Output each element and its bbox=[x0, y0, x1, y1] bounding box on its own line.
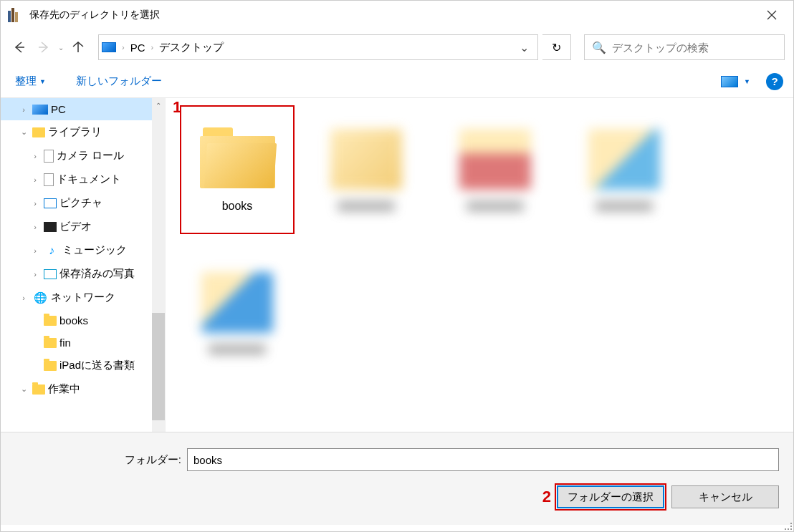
close-button[interactable] bbox=[757, 1, 786, 29]
tree-icon: 🌐 bbox=[32, 291, 48, 304]
tree-label: PC bbox=[51, 103, 66, 115]
tree-item-作業中[interactable]: 作業中 bbox=[1, 377, 165, 401]
chevron-icon bbox=[18, 294, 29, 302]
navbar: ⌄ › PC › デスクトップ ⌄ ↻ 🔍 bbox=[1, 29, 793, 65]
scrollbar: ⌃ bbox=[152, 98, 165, 432]
search-box[interactable]: 🔍 bbox=[584, 34, 785, 60]
folder-label: books bbox=[222, 200, 253, 213]
breadcrumb-root[interactable]: PC bbox=[126, 39, 150, 57]
pc-icon bbox=[102, 42, 116, 52]
organize-label: 整理 bbox=[15, 74, 37, 88]
tree-icon bbox=[32, 105, 48, 115]
tree-item-fin[interactable]: fin bbox=[1, 332, 165, 354]
breadcrumb-current[interactable]: デスクトップ bbox=[155, 38, 228, 57]
tree-label: iPadに送る書類 bbox=[59, 359, 135, 372]
blurred-item bbox=[567, 105, 681, 234]
chevron-icon bbox=[29, 152, 41, 160]
tree-item-books[interactable]: books bbox=[1, 309, 165, 332]
tree-icon bbox=[32, 385, 45, 395]
toolbar: 整理▼ 新しいフォルダー ▼ ? bbox=[1, 65, 793, 98]
forward-button[interactable] bbox=[34, 37, 54, 57]
chevron-icon bbox=[29, 270, 41, 279]
address-bar[interactable]: › PC › デスクトップ ⌄ bbox=[98, 34, 538, 60]
select-folder-button[interactable]: フォルダーの選択 bbox=[557, 485, 664, 508]
tree-item-保存済みの写真[interactable]: 保存済みの写真 bbox=[1, 262, 165, 286]
view-menu[interactable]: ▼ bbox=[717, 73, 755, 90]
tree-label: 保存済みの写真 bbox=[59, 267, 135, 281]
tree-icon bbox=[44, 198, 57, 208]
search-input[interactable] bbox=[612, 42, 777, 54]
help-button[interactable]: ? bbox=[766, 73, 783, 90]
chevron-icon bbox=[29, 223, 41, 231]
refresh-icon: ↻ bbox=[552, 41, 561, 54]
new-folder-label: 新しいフォルダー bbox=[76, 74, 162, 88]
tree-label: ミュージック bbox=[62, 243, 127, 257]
tree-icon: ♪ bbox=[44, 244, 59, 257]
folder-name-label: フォルダー: bbox=[15, 453, 187, 467]
chevron-down-icon: ▼ bbox=[39, 78, 46, 85]
chevron-icon bbox=[18, 127, 29, 137]
chevron-down-icon: ▼ bbox=[744, 78, 750, 85]
cancel-button[interactable]: キャンセル bbox=[671, 485, 779, 508]
tree-icon bbox=[44, 361, 57, 371]
tree-item-ネットワーク[interactable]: 🌐ネットワーク bbox=[1, 286, 165, 309]
tree-item-ライブラリ[interactable]: ライブラリ bbox=[1, 120, 165, 144]
scroll-thumb[interactable] bbox=[152, 313, 165, 420]
main-area: PCライブラリカメラ ロールドキュメントピクチャビデオ♪ミュージック保存済みの写… bbox=[1, 98, 793, 432]
chevron-icon bbox=[29, 199, 41, 208]
tree-icon bbox=[32, 127, 45, 137]
annotation-2: 2 bbox=[542, 488, 551, 506]
content-pane: 1 books bbox=[166, 98, 793, 432]
address-dropdown[interactable]: ⌄ bbox=[514, 41, 535, 54]
chevron-icon bbox=[18, 105, 29, 114]
button-row: 2 フォルダーの選択 キャンセル bbox=[15, 485, 779, 508]
tree-icon bbox=[44, 338, 57, 348]
titlebar: 保存先のディレクトリを選択 bbox=[1, 1, 793, 29]
new-folder-button[interactable]: 新しいフォルダー bbox=[72, 72, 166, 91]
tree-label: ネットワーク bbox=[51, 291, 115, 304]
chevron-icon bbox=[29, 246, 41, 255]
scroll-up-button[interactable]: ⌃ bbox=[152, 98, 165, 112]
tree-icon bbox=[44, 150, 54, 163]
organize-menu[interactable]: 整理▼ bbox=[11, 72, 50, 91]
folder-name-row: フォルダー: bbox=[15, 448, 779, 471]
folder-grid: books bbox=[168, 105, 790, 377]
back-button[interactable] bbox=[9, 37, 29, 57]
tree-icon bbox=[44, 173, 54, 186]
tree-icon bbox=[44, 269, 57, 279]
tree-item-ドキュメント[interactable]: ドキュメント bbox=[1, 168, 165, 191]
back-icon bbox=[13, 41, 26, 54]
app-icon bbox=[8, 8, 22, 22]
view-icon bbox=[721, 76, 738, 87]
tree-item-ピクチャ[interactable]: ピクチャ bbox=[1, 191, 165, 215]
tree-item-カメラ ロール[interactable]: カメラ ロール bbox=[1, 144, 165, 168]
tree-item-iPadに送る書類[interactable]: iPadに送る書類 bbox=[1, 354, 165, 377]
folder-icon bbox=[200, 127, 275, 188]
tree-label: カメラ ロール bbox=[57, 149, 124, 163]
chevron-icon bbox=[18, 385, 29, 394]
folder-books[interactable]: books bbox=[180, 105, 295, 234]
forward-icon bbox=[37, 41, 50, 54]
chevron-right-icon: › bbox=[120, 43, 126, 52]
resize-grip[interactable] bbox=[783, 521, 792, 530]
blurred-item bbox=[180, 248, 295, 377]
blurred-item bbox=[309, 105, 424, 234]
tree-label: ピクチャ bbox=[59, 196, 102, 210]
tree-label: fin bbox=[59, 337, 71, 349]
tree-label: ライブラリ bbox=[48, 125, 102, 139]
tree-item-ビデオ[interactable]: ビデオ bbox=[1, 215, 165, 238]
bottom-panel: フォルダー: 2 フォルダーの選択 キャンセル bbox=[1, 432, 793, 525]
recent-dropdown[interactable]: ⌄ bbox=[58, 44, 64, 52]
tree-label: ドキュメント bbox=[57, 173, 121, 186]
tree-label: 作業中 bbox=[48, 382, 80, 396]
chevron-icon bbox=[29, 175, 41, 184]
refresh-button[interactable]: ↻ bbox=[542, 34, 571, 60]
folder-name-input[interactable] bbox=[187, 448, 779, 471]
tree-item-PC[interactable]: PC bbox=[1, 98, 165, 120]
blurred-item bbox=[438, 105, 553, 234]
chevron-right-icon: › bbox=[150, 43, 156, 52]
tree-icon bbox=[44, 222, 57, 232]
tree-item-ミュージック[interactable]: ♪ミュージック bbox=[1, 238, 165, 262]
up-button[interactable] bbox=[68, 37, 88, 57]
tree-label: books bbox=[59, 314, 88, 327]
